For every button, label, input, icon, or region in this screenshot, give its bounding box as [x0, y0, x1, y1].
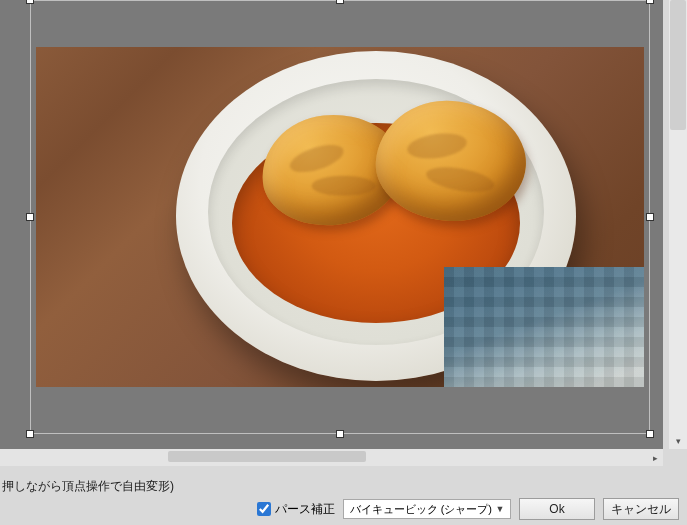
- transform-handle-n[interactable]: [336, 0, 344, 4]
- scroll-right-arrow-icon[interactable]: ▸: [647, 449, 663, 466]
- chevron-down-icon: ▼: [492, 501, 508, 517]
- interpolation-select[interactable]: バイキュービック (シャープ) ▼: [343, 499, 511, 519]
- transform-handle-s[interactable]: [336, 430, 344, 438]
- pixelated-overlay: [444, 267, 644, 387]
- transform-handle-ne[interactable]: [646, 0, 654, 4]
- scroll-down-arrow-icon[interactable]: ▾: [669, 433, 687, 449]
- transform-handle-se[interactable]: [646, 430, 654, 438]
- perspective-correction-label: パース補正: [275, 501, 335, 518]
- horizontal-scrollbar-track[interactable]: [0, 449, 647, 466]
- vertical-scrollbar-track[interactable]: [669, 0, 687, 433]
- interpolation-selected-text: バイキュービック (シャープ): [350, 502, 492, 517]
- perspective-correction-input[interactable]: [257, 502, 271, 516]
- vertical-scrollbar-thumb[interactable]: [670, 0, 686, 130]
- transform-handle-w[interactable]: [26, 213, 34, 221]
- controls-bar: パース補正 バイキュービック (シャープ) ▼ Ok キャンセル: [0, 497, 687, 525]
- ok-button[interactable]: Ok: [519, 498, 595, 520]
- transform-handle-e[interactable]: [646, 213, 654, 221]
- vertical-scrollbar[interactable]: ▾: [669, 0, 687, 449]
- perspective-correction-checkbox[interactable]: パース補正: [257, 501, 335, 518]
- horizontal-scrollbar[interactable]: ▸: [0, 449, 663, 466]
- cancel-button[interactable]: キャンセル: [603, 498, 679, 520]
- transform-handle-nw[interactable]: [26, 0, 34, 4]
- horizontal-scrollbar-thumb[interactable]: [168, 451, 366, 462]
- transform-handle-sw[interactable]: [26, 430, 34, 438]
- canvas-area: [0, 0, 663, 449]
- hint-text: 押しながら頂点操作で自由変形): [2, 478, 174, 495]
- image-content[interactable]: [36, 47, 644, 387]
- transform-frame[interactable]: [30, 0, 650, 434]
